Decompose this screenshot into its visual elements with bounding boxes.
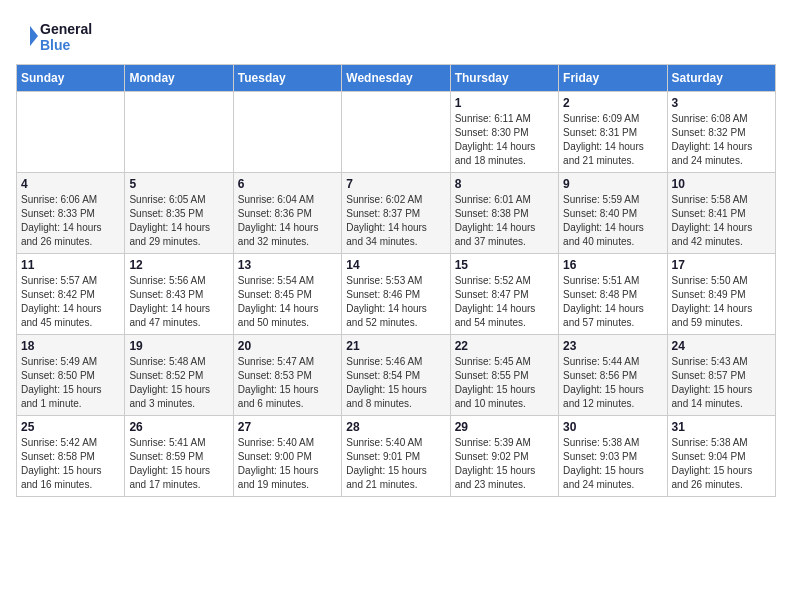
- day-number: 17: [672, 258, 771, 272]
- day-info: Sunrise: 5:46 AM Sunset: 8:54 PM Dayligh…: [346, 355, 445, 411]
- week-row-2: 4Sunrise: 6:06 AM Sunset: 8:33 PM Daylig…: [17, 173, 776, 254]
- day-number: 27: [238, 420, 337, 434]
- logo: GeneralBlue: [16, 16, 96, 56]
- day-cell: 30Sunrise: 5:38 AM Sunset: 9:03 PM Dayli…: [559, 416, 667, 497]
- day-cell: 10Sunrise: 5:58 AM Sunset: 8:41 PM Dayli…: [667, 173, 775, 254]
- day-number: 1: [455, 96, 554, 110]
- day-cell: 23Sunrise: 5:44 AM Sunset: 8:56 PM Dayli…: [559, 335, 667, 416]
- day-number: 11: [21, 258, 120, 272]
- day-info: Sunrise: 5:38 AM Sunset: 9:04 PM Dayligh…: [672, 436, 771, 492]
- week-row-1: 1Sunrise: 6:11 AM Sunset: 8:30 PM Daylig…: [17, 92, 776, 173]
- svg-text:Blue: Blue: [40, 37, 71, 53]
- day-number: 5: [129, 177, 228, 191]
- day-cell: 7Sunrise: 6:02 AM Sunset: 8:37 PM Daylig…: [342, 173, 450, 254]
- week-row-5: 25Sunrise: 5:42 AM Sunset: 8:58 PM Dayli…: [17, 416, 776, 497]
- day-info: Sunrise: 5:42 AM Sunset: 8:58 PM Dayligh…: [21, 436, 120, 492]
- day-cell: [342, 92, 450, 173]
- day-cell: 19Sunrise: 5:48 AM Sunset: 8:52 PM Dayli…: [125, 335, 233, 416]
- day-number: 20: [238, 339, 337, 353]
- day-info: Sunrise: 5:40 AM Sunset: 9:01 PM Dayligh…: [346, 436, 445, 492]
- day-number: 6: [238, 177, 337, 191]
- day-cell: 3Sunrise: 6:08 AM Sunset: 8:32 PM Daylig…: [667, 92, 775, 173]
- day-cell: 20Sunrise: 5:47 AM Sunset: 8:53 PM Dayli…: [233, 335, 341, 416]
- day-number: 16: [563, 258, 662, 272]
- day-cell: 26Sunrise: 5:41 AM Sunset: 8:59 PM Dayli…: [125, 416, 233, 497]
- day-number: 8: [455, 177, 554, 191]
- day-cell: 27Sunrise: 5:40 AM Sunset: 9:00 PM Dayli…: [233, 416, 341, 497]
- day-cell: 11Sunrise: 5:57 AM Sunset: 8:42 PM Dayli…: [17, 254, 125, 335]
- day-number: 19: [129, 339, 228, 353]
- header: GeneralBlue: [16, 16, 776, 56]
- day-number: 18: [21, 339, 120, 353]
- day-info: Sunrise: 6:05 AM Sunset: 8:35 PM Dayligh…: [129, 193, 228, 249]
- day-cell: 8Sunrise: 6:01 AM Sunset: 8:38 PM Daylig…: [450, 173, 558, 254]
- day-info: Sunrise: 5:53 AM Sunset: 8:46 PM Dayligh…: [346, 274, 445, 330]
- calendar-table: SundayMondayTuesdayWednesdayThursdayFrid…: [16, 64, 776, 497]
- day-number: 14: [346, 258, 445, 272]
- day-info: Sunrise: 5:59 AM Sunset: 8:40 PM Dayligh…: [563, 193, 662, 249]
- day-cell: [125, 92, 233, 173]
- header-day-thursday: Thursday: [450, 65, 558, 92]
- day-info: Sunrise: 5:58 AM Sunset: 8:41 PM Dayligh…: [672, 193, 771, 249]
- day-cell: 5Sunrise: 6:05 AM Sunset: 8:35 PM Daylig…: [125, 173, 233, 254]
- day-cell: 15Sunrise: 5:52 AM Sunset: 8:47 PM Dayli…: [450, 254, 558, 335]
- svg-text:General: General: [40, 21, 92, 37]
- day-number: 24: [672, 339, 771, 353]
- day-cell: 25Sunrise: 5:42 AM Sunset: 8:58 PM Dayli…: [17, 416, 125, 497]
- header-day-tuesday: Tuesday: [233, 65, 341, 92]
- header-day-saturday: Saturday: [667, 65, 775, 92]
- day-cell: 18Sunrise: 5:49 AM Sunset: 8:50 PM Dayli…: [17, 335, 125, 416]
- day-info: Sunrise: 5:38 AM Sunset: 9:03 PM Dayligh…: [563, 436, 662, 492]
- day-info: Sunrise: 6:02 AM Sunset: 8:37 PM Dayligh…: [346, 193, 445, 249]
- day-info: Sunrise: 6:11 AM Sunset: 8:30 PM Dayligh…: [455, 112, 554, 168]
- day-info: Sunrise: 5:43 AM Sunset: 8:57 PM Dayligh…: [672, 355, 771, 411]
- day-number: 30: [563, 420, 662, 434]
- day-cell: [233, 92, 341, 173]
- day-cell: 24Sunrise: 5:43 AM Sunset: 8:57 PM Dayli…: [667, 335, 775, 416]
- day-number: 23: [563, 339, 662, 353]
- day-number: 29: [455, 420, 554, 434]
- day-cell: 14Sunrise: 5:53 AM Sunset: 8:46 PM Dayli…: [342, 254, 450, 335]
- day-cell: 22Sunrise: 5:45 AM Sunset: 8:55 PM Dayli…: [450, 335, 558, 416]
- day-number: 3: [672, 96, 771, 110]
- day-cell: [17, 92, 125, 173]
- day-info: Sunrise: 5:40 AM Sunset: 9:00 PM Dayligh…: [238, 436, 337, 492]
- day-info: Sunrise: 5:57 AM Sunset: 8:42 PM Dayligh…: [21, 274, 120, 330]
- day-cell: 21Sunrise: 5:46 AM Sunset: 8:54 PM Dayli…: [342, 335, 450, 416]
- day-info: Sunrise: 5:52 AM Sunset: 8:47 PM Dayligh…: [455, 274, 554, 330]
- day-cell: 16Sunrise: 5:51 AM Sunset: 8:48 PM Dayli…: [559, 254, 667, 335]
- day-info: Sunrise: 6:06 AM Sunset: 8:33 PM Dayligh…: [21, 193, 120, 249]
- day-info: Sunrise: 6:04 AM Sunset: 8:36 PM Dayligh…: [238, 193, 337, 249]
- day-cell: 13Sunrise: 5:54 AM Sunset: 8:45 PM Dayli…: [233, 254, 341, 335]
- day-number: 28: [346, 420, 445, 434]
- day-number: 2: [563, 96, 662, 110]
- header-day-friday: Friday: [559, 65, 667, 92]
- day-cell: 29Sunrise: 5:39 AM Sunset: 9:02 PM Dayli…: [450, 416, 558, 497]
- header-day-wednesday: Wednesday: [342, 65, 450, 92]
- day-info: Sunrise: 5:56 AM Sunset: 8:43 PM Dayligh…: [129, 274, 228, 330]
- day-cell: 4Sunrise: 6:06 AM Sunset: 8:33 PM Daylig…: [17, 173, 125, 254]
- day-number: 13: [238, 258, 337, 272]
- day-cell: 12Sunrise: 5:56 AM Sunset: 8:43 PM Dayli…: [125, 254, 233, 335]
- day-cell: 1Sunrise: 6:11 AM Sunset: 8:30 PM Daylig…: [450, 92, 558, 173]
- day-info: Sunrise: 5:44 AM Sunset: 8:56 PM Dayligh…: [563, 355, 662, 411]
- day-cell: 31Sunrise: 5:38 AM Sunset: 9:04 PM Dayli…: [667, 416, 775, 497]
- day-number: 22: [455, 339, 554, 353]
- day-cell: 17Sunrise: 5:50 AM Sunset: 8:49 PM Dayli…: [667, 254, 775, 335]
- day-info: Sunrise: 5:45 AM Sunset: 8:55 PM Dayligh…: [455, 355, 554, 411]
- day-info: Sunrise: 5:47 AM Sunset: 8:53 PM Dayligh…: [238, 355, 337, 411]
- day-number: 9: [563, 177, 662, 191]
- day-number: 7: [346, 177, 445, 191]
- day-number: 12: [129, 258, 228, 272]
- day-info: Sunrise: 5:54 AM Sunset: 8:45 PM Dayligh…: [238, 274, 337, 330]
- day-info: Sunrise: 6:08 AM Sunset: 8:32 PM Dayligh…: [672, 112, 771, 168]
- logo-svg: GeneralBlue: [16, 16, 96, 56]
- day-number: 15: [455, 258, 554, 272]
- day-info: Sunrise: 5:49 AM Sunset: 8:50 PM Dayligh…: [21, 355, 120, 411]
- day-number: 25: [21, 420, 120, 434]
- day-info: Sunrise: 5:48 AM Sunset: 8:52 PM Dayligh…: [129, 355, 228, 411]
- day-info: Sunrise: 5:51 AM Sunset: 8:48 PM Dayligh…: [563, 274, 662, 330]
- day-number: 10: [672, 177, 771, 191]
- day-cell: 28Sunrise: 5:40 AM Sunset: 9:01 PM Dayli…: [342, 416, 450, 497]
- header-day-monday: Monday: [125, 65, 233, 92]
